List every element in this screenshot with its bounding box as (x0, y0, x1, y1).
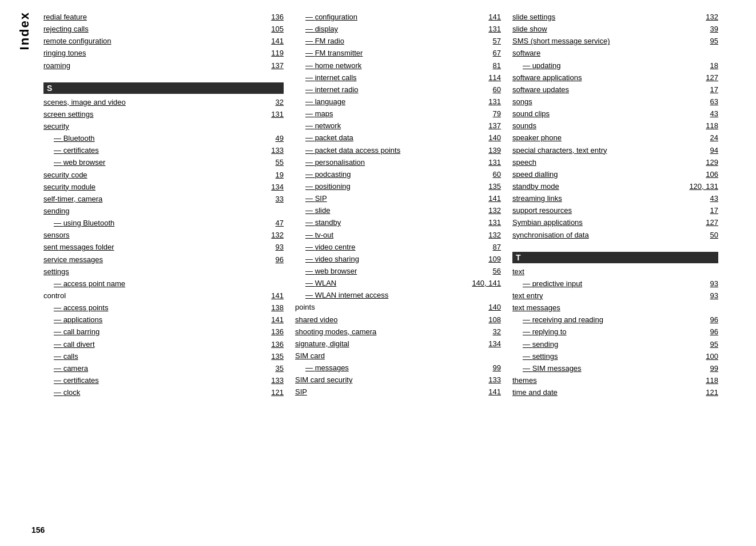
list-item: security code 19 (43, 169, 284, 181)
t-section-entries: text predictive input 93 text entry 93 t… (512, 266, 718, 399)
list-item: packet data 140 (295, 132, 501, 144)
entry-label: points (295, 302, 484, 313)
list-item: FM transmitter 67 (295, 48, 501, 59)
list-item: SIM messages 99 (512, 363, 718, 374)
list-item: time and date 121 (512, 387, 718, 398)
entry-num: 136 (266, 11, 284, 23)
entry-num: 131 (266, 109, 284, 120)
entry-label: call barring (43, 326, 266, 338)
list-item: songs 63 (512, 96, 718, 108)
entry-num: 49 (266, 133, 284, 144)
entry-label: rejecting calls (43, 23, 266, 35)
list-item: speed dialling 106 (512, 169, 718, 180)
section-s-header: S (43, 82, 284, 94)
list-item: Bluetooth 49 (43, 133, 284, 144)
entry-label: service messages (43, 254, 266, 266)
entry-num: 39 (701, 23, 718, 35)
list-item: personalisation 131 (295, 157, 501, 168)
entry-label: control (43, 290, 266, 302)
list-item: service messages 96 (43, 254, 284, 266)
entry-num: 99 (484, 362, 501, 374)
entry-label: predictive input (512, 278, 701, 290)
entry-num: 93 (266, 242, 284, 253)
entry-num: 136 (266, 326, 284, 338)
entry-label: WLAN (295, 278, 472, 289)
entry-num: 43 (701, 193, 718, 204)
entry-label: speaker phone (512, 132, 701, 144)
list-item: home network 81 (295, 60, 501, 72)
list-item: messages 99 (295, 362, 501, 374)
entry-label: FM transmitter (295, 48, 484, 59)
list-item: positioning 135 (295, 181, 501, 192)
list-item: security module 134 (43, 181, 284, 193)
entry-num: 118 (701, 120, 718, 132)
entry-num: 136 (266, 339, 284, 350)
entry-num: 132 (266, 230, 284, 241)
entry-num: 106 (701, 169, 718, 180)
entry-num: 140, 141 (472, 278, 501, 289)
list-item: remote configuration 141 (43, 35, 284, 47)
s-section-entries: scenes, image and video 32 screen settin… (43, 97, 284, 399)
entry-num: 141 (484, 11, 501, 23)
entry-num: 56 (484, 266, 501, 277)
entry-num: 133 (266, 375, 284, 386)
entry-num: 118 (701, 375, 718, 386)
list-item: sending (43, 205, 284, 217)
list-item: self-timer, camera 33 (43, 193, 284, 205)
list-item: using Bluetooth 47 (43, 217, 284, 229)
list-item: speech 129 (512, 157, 718, 168)
mid-column: configuration 141 display 131 FM radio 5… (289, 11, 507, 399)
entry-num: 93 (701, 290, 718, 302)
entry-label: software applications (512, 72, 701, 84)
list-item: slide show 39 (512, 23, 718, 35)
entry-label: packet data access points (295, 145, 484, 156)
entry-num: 33 (266, 193, 284, 205)
entry-num: 129 (701, 157, 718, 168)
entry-label: web browser (43, 157, 266, 168)
entry-label: time and date (512, 387, 701, 398)
entry-label: receiving and reading (512, 314, 701, 326)
entry-label: sensors (43, 230, 266, 241)
entry-num: 134 (266, 181, 284, 193)
list-item: speaker phone 24 (512, 132, 718, 144)
list-item: FM radio 57 (295, 35, 501, 47)
entry-label: settings (43, 266, 266, 278)
entry-label: redial feature (43, 11, 266, 23)
list-item: slide 132 (295, 205, 501, 216)
entry-label: FM radio (295, 35, 484, 47)
list-item: video centre 87 (295, 242, 501, 253)
entry-label: songs (512, 96, 701, 108)
entry-label: configuration (295, 11, 484, 23)
entry-label: network (295, 120, 484, 132)
entry-label: sending (43, 205, 266, 217)
entry-label: settings (512, 351, 701, 362)
entry-label: access points (43, 302, 266, 314)
section-t-header: T (512, 252, 718, 263)
entry-label: podcasting (295, 169, 484, 180)
entry-label: speed dialling (512, 169, 701, 180)
entry-num: 139 (484, 145, 501, 156)
entry-num: 96 (701, 326, 718, 338)
entry-num: 108 (484, 314, 501, 326)
entry-label: SIP (295, 386, 484, 398)
entry-label: applications (43, 314, 266, 326)
right-top-entries: slide settings 132 slide show 39 SMS (sh… (512, 11, 718, 241)
entry-label: shared video (295, 314, 484, 326)
list-item: access point name (43, 278, 284, 290)
list-item: video sharing 109 (295, 254, 501, 265)
entry-num: 32 (266, 97, 284, 108)
entry-label: text (512, 266, 701, 278)
entry-label: messages (295, 362, 484, 374)
list-item: text messages (512, 302, 718, 314)
list-item: WLAN internet access (295, 290, 501, 301)
list-item: maps 79 (295, 108, 501, 120)
list-item: packet data access points 139 (295, 145, 501, 156)
entry-label: remote configuration (43, 35, 266, 47)
list-item: points 140 (295, 302, 501, 313)
entry-label: standby mode (512, 181, 689, 192)
list-item: standby 131 (295, 217, 501, 228)
list-item: language 131 (295, 96, 501, 108)
entry-label: sound clips (512, 108, 701, 120)
entry-label: language (295, 96, 484, 108)
entry-num: 121 (701, 387, 718, 398)
